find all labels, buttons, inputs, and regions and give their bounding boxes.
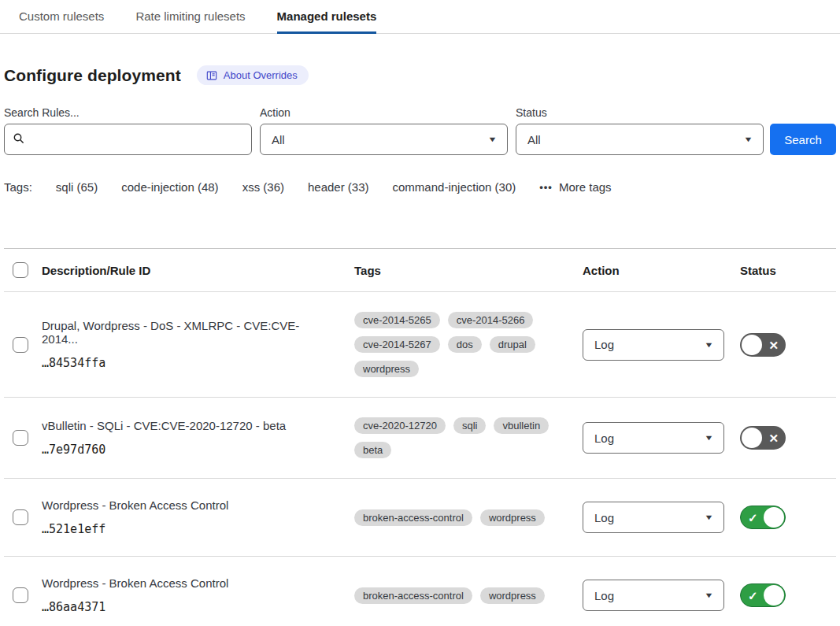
column-header-status: Status xyxy=(740,264,836,277)
toggle-state-icon: ✕ xyxy=(768,339,779,350)
about-overrides-badge[interactable]: About Overrides xyxy=(197,65,309,85)
tag-pill: vbulletin xyxy=(494,417,549,434)
action-select[interactable]: Log ▼ xyxy=(583,329,724,361)
row-checkbox[interactable] xyxy=(13,587,28,603)
tag-pill: cve-2020-12720 xyxy=(354,417,446,434)
more-tags-button[interactable]: ••• More tags xyxy=(539,180,611,194)
rule-description: Wordpress - Broken Access Control xyxy=(42,576,335,590)
toggle-state-icon: ✓ xyxy=(748,512,758,524)
tab-custom-rulesets[interactable]: Custom rulesets xyxy=(19,9,104,34)
rule-id: …7e97d760 xyxy=(42,443,335,457)
status-toggle[interactable]: ✓ xyxy=(740,506,786,529)
rule-tags: broken-access-controlwordpress xyxy=(354,587,583,604)
more-tags-label: More tags xyxy=(559,180,612,194)
rule-tags: cve-2020-12720sqlivbulletinbeta xyxy=(354,417,583,458)
chevron-down-icon: ▼ xyxy=(704,513,713,521)
action-filter-select[interactable]: All ▼ xyxy=(260,124,508,155)
table-row: vBulletin - SQLi - CVE:CVE-2020-12720 - … xyxy=(4,398,836,479)
search-rules-input[interactable] xyxy=(31,133,243,146)
tag-pill: cve-2014-5267 xyxy=(354,336,440,353)
tag-filter-link[interactable]: command-injection (30) xyxy=(393,180,516,194)
toggle-state-icon: ✕ xyxy=(768,432,779,444)
action-select-value: Log xyxy=(594,511,614,524)
heading-row: Configure deployment About Overrides xyxy=(4,65,836,85)
tab-bar: Custom rulesets Rate limiting rulesets M… xyxy=(0,0,840,34)
tag-pill: wordpress xyxy=(480,587,545,604)
search-icon xyxy=(13,132,25,147)
rules-table: Description/Rule ID Tags Action Status D… xyxy=(4,248,836,626)
action-filter-value: All xyxy=(272,133,285,146)
rule-description: Wordpress - Broken Access Control xyxy=(42,498,335,512)
rule-id: …86aa4371 xyxy=(42,600,335,614)
tag-pill: wordpress xyxy=(354,361,419,377)
tag-links-container: sqli (65)code-injection (48)xss (36)head… xyxy=(56,180,516,194)
rules-table-body: Drupal, Wordpress - DoS - XMLRPC - CVE:C… xyxy=(4,292,836,626)
search-rules-label: Search Rules... xyxy=(4,106,252,119)
filters-row: Search Rules... Action All ▼ Status xyxy=(4,106,836,155)
tag-filter-link[interactable]: header (33) xyxy=(308,180,369,194)
table-header-row: Description/Rule ID Tags Action Status xyxy=(4,249,836,292)
chevron-down-icon: ▼ xyxy=(743,135,753,143)
tag-pill: cve-2014-5265 xyxy=(354,312,440,328)
tag-pill: beta xyxy=(354,442,391,458)
select-all-checkbox[interactable] xyxy=(13,262,28,278)
column-header-tags: Tags xyxy=(354,264,583,277)
row-checkbox[interactable] xyxy=(13,337,28,353)
tags-bar-label: Tags: xyxy=(4,180,32,194)
tab-rate-limiting-rulesets[interactable]: Rate limiting rulesets xyxy=(135,9,245,34)
rule-id: …521e1eff xyxy=(42,522,335,536)
toggle-state-icon: ✓ xyxy=(748,590,758,602)
status-filter-select[interactable]: All ▼ xyxy=(516,124,764,155)
rule-tags: cve-2014-5265cve-2014-5266cve-2014-5267d… xyxy=(354,312,583,377)
column-header-action: Action xyxy=(583,264,740,277)
page-title: Configure deployment xyxy=(4,66,181,85)
toggle-knob xyxy=(764,507,784,528)
table-row: Wordpress - Broken Access Control …521e1… xyxy=(4,479,836,557)
book-icon xyxy=(206,70,217,81)
status-filter-label: Status xyxy=(516,106,764,119)
row-checkbox[interactable] xyxy=(13,509,28,525)
action-select[interactable]: Log ▼ xyxy=(583,580,724,611)
status-toggle[interactable]: ✕ xyxy=(740,426,786,450)
table-row: Drupal, Wordpress - DoS - XMLRPC - CVE:C… xyxy=(4,292,836,398)
tag-filter-link[interactable]: code-injection (48) xyxy=(121,180,218,194)
ellipsis-icon: ••• xyxy=(539,181,553,193)
action-select-value: Log xyxy=(594,432,614,445)
row-checkbox[interactable] xyxy=(13,430,28,446)
tag-pill: sqli xyxy=(453,417,487,434)
tag-filter-link[interactable]: xss (36) xyxy=(242,180,284,194)
toggle-knob xyxy=(742,335,762,355)
about-overrides-label: About Overrides xyxy=(224,69,298,81)
action-filter-label: Action xyxy=(260,106,508,119)
column-header-description: Description/Rule ID xyxy=(42,264,354,277)
chevron-down-icon: ▼ xyxy=(704,434,713,442)
action-select-value: Log xyxy=(594,589,614,602)
rule-id: …84534ffa xyxy=(42,356,335,370)
status-toggle[interactable]: ✓ xyxy=(740,583,786,607)
status-toggle[interactable]: ✕ xyxy=(740,333,786,357)
tag-pill: wordpress xyxy=(480,509,545,526)
search-input-wrapper xyxy=(4,124,252,155)
rule-description: Drupal, Wordpress - DoS - XMLRPC - CVE:C… xyxy=(42,319,335,346)
tag-pill: cve-2014-5266 xyxy=(448,312,534,328)
tag-pill: drupal xyxy=(490,336,535,353)
search-button[interactable]: Search xyxy=(770,124,836,155)
status-filter-value: All xyxy=(527,133,541,146)
tag-pill: broken-access-control xyxy=(354,587,472,604)
action-select[interactable]: Log ▼ xyxy=(583,502,724,533)
toggle-knob xyxy=(742,428,762,448)
toggle-knob xyxy=(764,585,784,606)
tag-pill: dos xyxy=(448,336,482,353)
chevron-down-icon: ▼ xyxy=(704,341,713,349)
tag-pill: broken-access-control xyxy=(354,509,472,526)
rule-tags: broken-access-controlwordpress xyxy=(354,509,583,526)
chevron-down-icon: ▼ xyxy=(487,135,497,143)
action-select[interactable]: Log ▼ xyxy=(583,422,724,454)
rule-description: vBulletin - SQLi - CVE:CVE-2020-12720 - … xyxy=(42,419,335,432)
tab-managed-rulesets[interactable]: Managed rulesets xyxy=(277,9,377,34)
chevron-down-icon: ▼ xyxy=(704,591,713,599)
table-row: Wordpress - Broken Access Control …86aa4… xyxy=(4,557,836,626)
action-select-value: Log xyxy=(594,338,614,351)
tags-bar: Tags: sqli (65)code-injection (48)xss (3… xyxy=(4,180,836,194)
tag-filter-link[interactable]: sqli (65) xyxy=(56,180,98,194)
